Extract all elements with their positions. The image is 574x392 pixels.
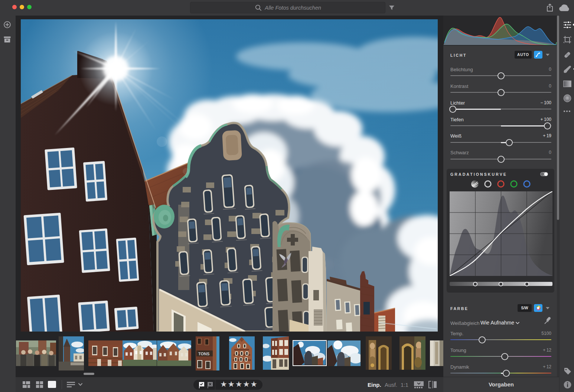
svg-text:TONS: TONS: [198, 352, 209, 356]
